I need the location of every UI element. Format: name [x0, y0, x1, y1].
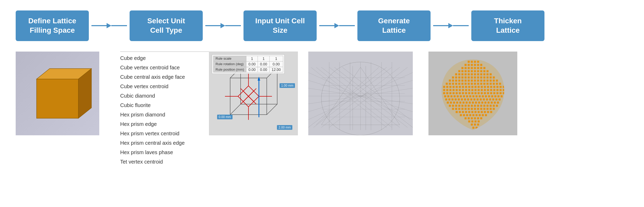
step2-box[interactable]: Select Unit Cell Type [130, 10, 203, 41]
svg-rect-159 [468, 86, 470, 88]
svg-rect-327 [474, 124, 476, 126]
list-item-1[interactable]: Cube vertex centroid face [120, 64, 209, 71]
svg-rect-143 [477, 83, 479, 85]
svg-rect-310 [469, 114, 471, 116]
svg-rect-131 [493, 80, 495, 82]
svg-rect-139 [465, 83, 467, 85]
svg-rect-104 [455, 76, 457, 79]
svg-rect-99 [480, 73, 482, 75]
svg-rect-163 [481, 86, 483, 88]
content-row: Cube edge Cube vertex centroid face Cube… [16, 52, 628, 197]
svg-rect-120 [458, 80, 460, 82]
rule-scale-val1[interactable]: 1 [246, 56, 258, 61]
svg-rect-166 [490, 86, 492, 88]
rule-scale-val2[interactable]: 1 [258, 56, 269, 61]
svg-rect-130 [490, 80, 492, 82]
list-item-5[interactable]: Cubic fluorite [120, 102, 209, 109]
rule-rot-val3[interactable]: 0.00 [269, 61, 283, 67]
svg-rect-126 [477, 80, 479, 82]
svg-rect-148 [493, 83, 495, 85]
svg-rect-157 [462, 86, 464, 88]
svg-rect-195 [456, 92, 458, 94]
svg-rect-129 [486, 80, 489, 82]
svg-rect-106 [461, 76, 463, 79]
svg-rect-97 [474, 73, 476, 75]
svg-rect-133 [446, 83, 448, 85]
svg-rect-96 [471, 73, 473, 75]
svg-rect-233 [455, 98, 457, 100]
svg-rect-182 [478, 89, 480, 91]
svg-rect-315 [485, 114, 487, 116]
list-item-9[interactable]: Hex prism central axis edge [120, 139, 209, 147]
svg-rect-246 [495, 98, 497, 100]
rule-pos-val1[interactable]: 0.00 [246, 67, 258, 72]
svg-rect-64 [471, 61, 473, 63]
svg-rect-219 [469, 95, 471, 97]
step3-label: Input Unit Cell Size [255, 17, 305, 34]
rule-scale-val3[interactable]: 1 [269, 56, 283, 61]
svg-rect-184 [484, 89, 486, 91]
svg-rect-196 [459, 92, 461, 94]
svg-rect-86 [474, 70, 476, 72]
svg-rect-311 [472, 114, 474, 116]
list-item-6[interactable]: Hex prism diamond [120, 111, 209, 118]
svg-rect-119 [455, 80, 457, 82]
list-item-7[interactable]: Hex prism edge [120, 120, 209, 128]
svg-rect-93 [461, 73, 463, 75]
svg-rect-140 [468, 83, 470, 85]
svg-rect-269 [461, 105, 463, 107]
svg-rect-193 [449, 92, 451, 94]
svg-rect-229 [501, 95, 503, 97]
svg-rect-280 [496, 105, 498, 107]
svg-rect-248 [447, 102, 449, 104]
svg-rect-271 [468, 105, 470, 107]
svg-rect-281 [452, 108, 454, 110]
rule-rot-val1[interactable]: 0.00 [246, 61, 258, 67]
list-item-2[interactable]: Cube central axis edge face [120, 73, 209, 81]
svg-rect-187 [493, 89, 495, 91]
list-item-10[interactable]: Hex prism laves phase [120, 149, 209, 156]
svg-rect-261 [488, 102, 490, 104]
svg-rect-308 [463, 114, 465, 116]
svg-rect-125 [474, 80, 476, 82]
svg-rect-66 [477, 61, 479, 63]
step1-box[interactable]: Define Lattice Filling Space [16, 10, 89, 41]
svg-rect-74 [465, 67, 467, 69]
rule-pos-val2[interactable]: 0.00 [258, 67, 269, 72]
list-item-0[interactable]: Cube edge [120, 54, 209, 62]
svg-rect-137 [458, 83, 460, 85]
svg-rect-154 [452, 86, 455, 88]
svg-rect-144 [480, 83, 482, 85]
svg-rect-136 [455, 83, 457, 85]
cube-render [16, 52, 99, 135]
svg-rect-254 [466, 102, 468, 104]
col-unit: Rule scale 1 1 1 Rule rotation (deg) 0.0… [209, 52, 308, 135]
svg-rect-110 [474, 76, 476, 79]
step5-box[interactable]: Thicken Lattice [471, 10, 544, 41]
svg-rect-171 [443, 89, 445, 91]
col-lattice: generated below [308, 52, 428, 135]
svg-rect-282 [455, 108, 457, 110]
thicken-render [428, 52, 517, 135]
svg-rect-275 [480, 105, 482, 107]
svg-rect-164 [484, 86, 486, 88]
list-item-8[interactable]: Hex prism vertex centroid [120, 130, 209, 137]
svg-rect-287 [471, 108, 473, 110]
svg-rect-67 [465, 64, 467, 66]
step3-box[interactable]: Input Unit Cell Size [243, 10, 317, 41]
svg-rect-294 [493, 108, 495, 110]
rule-pos-val3[interactable]: 12.00 [269, 67, 283, 72]
list-item-4[interactable]: Cubic diamond [120, 92, 209, 99]
svg-rect-225 [488, 95, 490, 97]
list-item-11[interactable]: Tet vertex centroid [120, 158, 209, 165]
dimension-label-2: 2.00 mm [277, 125, 292, 130]
list-item-3[interactable]: Cube vertex centroid [120, 83, 209, 90]
svg-rect-81 [458, 70, 460, 72]
svg-rect-216 [460, 95, 462, 97]
svg-rect-92 [458, 73, 460, 75]
rule-rot-val2[interactable]: 0.00 [258, 61, 269, 67]
step4-box[interactable]: Generate Lattice [357, 10, 431, 41]
svg-rect-181 [474, 89, 477, 91]
svg-rect-85 [471, 70, 473, 72]
svg-rect-174 [452, 89, 455, 91]
